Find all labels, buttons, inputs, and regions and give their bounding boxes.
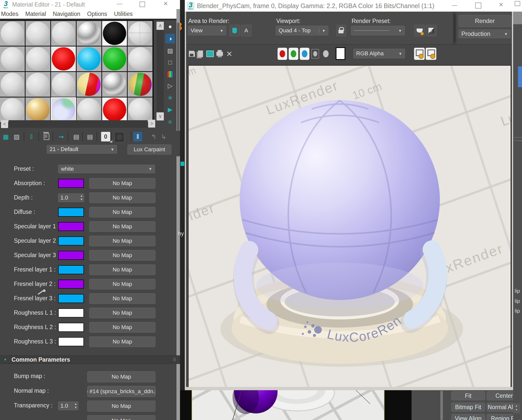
- go-to-sibling-icon[interactable]: ↳: [159, 132, 168, 141]
- material-slot[interactable]: [77, 21, 101, 46]
- render-setup-icon[interactable]: [414, 25, 425, 36]
- restore-icon[interactable]: [140, 2, 145, 7]
- background-icon[interactable]: ▨: [165, 46, 175, 56]
- material-slot[interactable]: [128, 72, 152, 97]
- make-preview-icon[interactable]: ▷: [165, 81, 175, 91]
- edit-region-icon[interactable]: [229, 25, 240, 36]
- material-slot[interactable]: [51, 72, 76, 97]
- map-button[interactable]: No Map: [89, 308, 155, 318]
- material-slot[interactable]: [128, 46, 152, 71]
- color-swatch[interactable]: [58, 337, 84, 346]
- material-slot[interactable]: [0, 21, 25, 46]
- close-icon[interactable]: ✕: [163, 1, 168, 7]
- map-button[interactable]: No Map: [89, 178, 155, 189]
- color-swatch[interactable]: [58, 308, 84, 317]
- material-slot[interactable]: [128, 97, 152, 122]
- sample-type-icon[interactable]: ●: [165, 22, 175, 31]
- material-slot[interactable]: [26, 21, 50, 46]
- menu-options[interactable]: Options: [87, 11, 107, 17]
- save-image-icon[interactable]: [188, 49, 196, 59]
- layer-icon[interactable]: [414, 48, 425, 60]
- material-slot[interactable]: [102, 97, 127, 122]
- lock-icon[interactable]: [336, 25, 346, 36]
- show-background-icon[interactable]: [114, 132, 124, 142]
- color-swatch[interactable]: [58, 323, 84, 332]
- slot-vscroll-track[interactable]: [156, 30, 164, 112]
- viewport-dropdown[interactable]: Quad 4 - Top ▼: [276, 26, 328, 35]
- material-id-icon[interactable]: 0: [101, 132, 110, 141]
- render-preset-dropdown[interactable]: ▼: [351, 26, 405, 35]
- backlight-icon[interactable]: ◑: [165, 34, 175, 43]
- red-channel-icon[interactable]: [278, 48, 287, 60]
- map-button[interactable]: No Map: [89, 293, 155, 304]
- material-slot-selected[interactable]: [51, 97, 76, 122]
- put-to-library-icon[interactable]: ▤: [72, 132, 81, 141]
- print-image-icon[interactable]: [215, 49, 224, 59]
- material-slot[interactable]: [0, 46, 25, 71]
- menu-material[interactable]: Material: [25, 11, 46, 17]
- map-button[interactable]: No Map: [87, 371, 155, 382]
- material-class-button[interactable]: Lux Carpaint: [127, 144, 171, 155]
- color-swatch[interactable]: [58, 251, 84, 260]
- material-slot[interactable]: [51, 21, 76, 46]
- map-button[interactable]: No Map: [89, 192, 155, 203]
- preset-dropdown[interactable]: white ▼: [58, 165, 155, 173]
- map-button[interactable]: No Map: [89, 250, 155, 261]
- close-icon[interactable]: ✕: [499, 2, 503, 8]
- depth-spinner[interactable]: 1.0 ▲▼: [58, 193, 84, 202]
- material-slot[interactable]: [26, 46, 50, 71]
- map-button[interactable]: No Map: [89, 336, 155, 347]
- map-button[interactable]: No Map: [89, 221, 155, 232]
- scroll-left-icon[interactable]: <: [1, 120, 8, 128]
- material-slot[interactable]: [51, 46, 76, 71]
- render-button[interactable]: Render: [459, 15, 511, 27]
- material-slot[interactable]: [102, 21, 127, 46]
- area-to-render-dropdown[interactable]: View ▼: [188, 26, 226, 35]
- go-to-parent-icon[interactable]: ↰: [149, 132, 158, 141]
- minimize-icon[interactable]: —: [452, 2, 457, 9]
- composite-icon[interactable]: [426, 48, 436, 60]
- save-material-icon[interactable]: ▤: [85, 132, 95, 141]
- map-button[interactable]: No Map: [89, 207, 155, 217]
- material-slot[interactable]: [26, 97, 50, 122]
- minimize-icon[interactable]: —: [117, 1, 122, 7]
- material-slot[interactable]: [26, 72, 50, 97]
- options-icon[interactable]: ✳: [165, 93, 175, 103]
- maximize-icon[interactable]: [475, 3, 481, 9]
- color-swatch[interactable]: [58, 222, 84, 231]
- fit-button[interactable]: Fit: [451, 391, 485, 400]
- green-channel-icon[interactable]: [289, 48, 298, 60]
- clone-window-icon[interactable]: [206, 49, 214, 59]
- menu-modes[interactable]: Modes: [1, 11, 18, 17]
- view-align-button[interactable]: View Align: [451, 414, 485, 420]
- exposure-icon[interactable]: ±: [426, 25, 437, 36]
- map-button[interactable]: No Map: [87, 415, 155, 420]
- rollout-common-parameters[interactable]: ▼ Common Parameters ⠿: [0, 355, 180, 364]
- video-color-check-icon[interactable]: [165, 69, 175, 79]
- material-slot[interactable]: [77, 97, 101, 122]
- reset-slot-icon[interactable]: [42, 132, 51, 141]
- color-swatch[interactable]: [58, 208, 84, 217]
- copy-image-icon[interactable]: [196, 49, 205, 59]
- make-unique-icon[interactable]: ⇝: [57, 132, 66, 141]
- menu-navigation[interactable]: Navigation: [53, 11, 80, 17]
- material-slot[interactable]: [0, 72, 25, 97]
- show-end-result-icon[interactable]: ‖: [133, 132, 142, 141]
- spinner-fragment[interactable]: ▲▼: [513, 404, 520, 413]
- material-editor-titlebar[interactable]: 3MAX Material Editor - 21 - Default — ✕: [0, 0, 180, 9]
- map-button[interactable]: No Map: [87, 401, 155, 412]
- channel-display-dropdown[interactable]: RGB Alpha ▼: [353, 49, 405, 58]
- transparency-spinner[interactable]: 1.0 ▲▼: [58, 402, 78, 410]
- color-swatch[interactable]: [58, 294, 84, 303]
- scroll-down-icon[interactable]: ∨: [156, 112, 164, 120]
- blue-channel-icon[interactable]: [300, 48, 309, 60]
- map-button[interactable]: No Map: [89, 322, 155, 333]
- scroll-right-icon[interactable]: >: [148, 120, 155, 128]
- color-swatch[interactable]: [58, 265, 84, 274]
- color-swatch[interactable]: [58, 179, 84, 188]
- menu-utilities[interactable]: Utilities: [114, 11, 133, 17]
- sample-tiling-icon[interactable]: □: [165, 58, 175, 67]
- splitter-handle[interactable]: [454, 14, 456, 42]
- render-mode-dropdown[interactable]: Production ▼: [459, 30, 511, 38]
- material-slot[interactable]: [77, 72, 101, 97]
